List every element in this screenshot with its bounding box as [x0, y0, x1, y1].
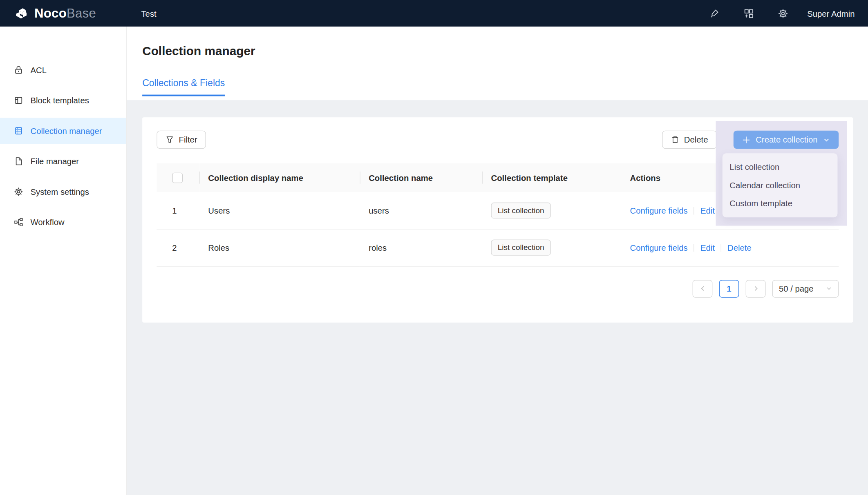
sidebar-item-label: Workflow [31, 217, 65, 227]
appstore-add-icon[interactable] [737, 2, 759, 24]
gear-icon [13, 187, 23, 196]
plus-icon [743, 136, 750, 144]
row-index[interactable]: 2 [157, 229, 199, 266]
logo-text: NocoBase [34, 6, 96, 21]
workflow-icon [13, 217, 23, 227]
sidebar-item-system-settings[interactable]: System settings [0, 179, 126, 205]
delete-button-label: Delete [684, 135, 708, 145]
layout-icon [13, 96, 23, 105]
column-header-display-name: Collection display name [199, 163, 360, 192]
highlighter-icon[interactable] [703, 2, 725, 24]
edit-link[interactable]: Edit [700, 243, 715, 252]
create-collection-button[interactable]: Create collection [734, 131, 839, 149]
filter-funnel-icon [166, 136, 174, 144]
sidebar-item-workflow[interactable]: Workflow [0, 209, 126, 235]
select-all-checkbox[interactable] [172, 172, 183, 183]
pagination: 1 50 / page [157, 280, 839, 297]
configure-fields-link[interactable]: Configure fields [630, 243, 688, 252]
sidebar-item-label: File manager [31, 156, 79, 166]
edit-link[interactable]: Edit [700, 206, 715, 215]
page-size-value: 50 / page [779, 284, 814, 293]
sidebar-item-acl[interactable]: ACL [0, 57, 126, 83]
app-root: NocoBase Test [0, 0, 868, 495]
sidebar-item-file-manager[interactable]: File manager [0, 148, 126, 174]
column-header-template: Collection template [482, 163, 621, 192]
user-menu[interactable]: Super Admin [807, 9, 855, 18]
filter-button[interactable]: Filter [157, 131, 206, 149]
sidebar-item-block-templates[interactable]: Block templates [0, 87, 126, 114]
collection-icon [13, 126, 23, 136]
cell-collection-name: users [360, 192, 482, 229]
delete-button[interactable]: Delete [662, 131, 717, 149]
lock-icon [13, 65, 23, 75]
page-size-select[interactable]: 50 / page [772, 280, 839, 297]
menu-item-list-collection[interactable]: List collection [723, 158, 838, 176]
settings-sidebar: ACL Block templates Collection manager [0, 27, 127, 495]
sidebar-item-label: Block templates [31, 96, 89, 105]
chevron-left-icon [700, 285, 706, 292]
template-tag: List collection [491, 202, 551, 218]
sidebar-item-label: Collection manager [31, 126, 102, 136]
chevron-down-icon [823, 136, 830, 143]
row-index[interactable]: 1 [157, 192, 199, 229]
sidebar-item-label: System settings [31, 187, 89, 196]
trash-icon [671, 136, 679, 144]
filter-button-label: Filter [179, 135, 197, 145]
configure-fields-link[interactable]: Configure fields [630, 206, 688, 215]
chevron-right-icon [753, 285, 759, 292]
cell-display-name: Roles [199, 229, 360, 266]
chevron-down-icon [818, 285, 832, 292]
next-page-button[interactable] [746, 280, 766, 297]
table-toolbar: Filter Delete Create collection [157, 131, 839, 149]
prev-page-button[interactable] [693, 280, 713, 297]
nocobase-cube-icon [14, 7, 29, 20]
sidebar-item-collection-manager[interactable]: Collection manager [0, 118, 126, 144]
cell-collection-name: roles [360, 229, 482, 266]
create-collection-dropdown: List collection Calendar collection Cust… [723, 153, 838, 217]
file-icon [13, 156, 23, 166]
create-collection-label: Create collection [756, 135, 817, 145]
menu-item-custom-template[interactable]: Custom template [723, 194, 838, 212]
top-navbar: NocoBase Test [0, 0, 868, 27]
template-tag: List collection [491, 240, 551, 256]
delete-link[interactable]: Delete [727, 243, 752, 252]
page-title: Collection manager [142, 27, 868, 60]
menu-item-calendar-collection[interactable]: Calendar collection [723, 176, 838, 194]
navbar-right: Super Admin [691, 2, 868, 24]
sidebar-item-label: ACL [31, 65, 47, 75]
column-header-name: Collection name [360, 163, 482, 192]
nav-menu-test[interactable]: Test [141, 9, 156, 18]
main-content: Collection manager Collections & Fields … [127, 27, 868, 495]
page-number-button[interactable]: 1 [719, 280, 739, 297]
tab-collections-fields[interactable]: Collections & Fields [142, 78, 225, 96]
collections-card: Filter Delete Create collection [142, 117, 853, 323]
page-header: Collection manager Collections & Fields [127, 27, 868, 100]
cell-display-name: Users [199, 192, 360, 229]
nocobase-logo[interactable]: NocoBase [0, 6, 127, 21]
table-row: 2 Roles roles List collection Configure … [157, 229, 839, 266]
gear-icon[interactable] [772, 2, 794, 24]
